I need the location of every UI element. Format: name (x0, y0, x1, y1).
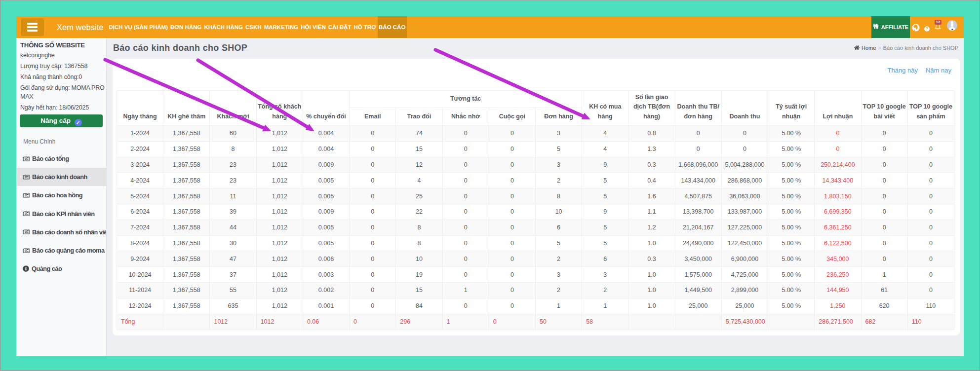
svg-text:?: ? (926, 27, 928, 31)
